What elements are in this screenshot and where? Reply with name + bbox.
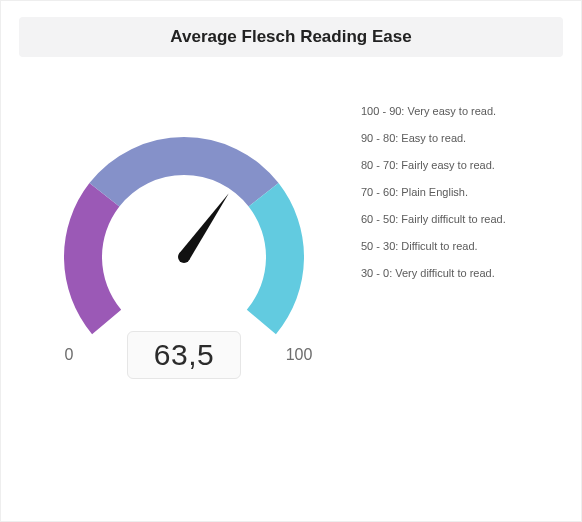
gauge-min-label: 0 [44,346,94,364]
gauge-needle-cap [178,251,190,263]
gauge-chart-card: Average Flesch Reading Ease 0 63,5 100 1… [0,0,582,522]
gauge-needle [179,193,229,260]
legend-item: 70 - 60: Plain English. [361,186,563,198]
legend-column: 100 - 90: Very easy to read.90 - 80: Eas… [349,97,563,379]
legend-item: 100 - 90: Very easy to read. [361,105,563,117]
legend-item: 90 - 80: Easy to read. [361,132,563,144]
legend-item: 30 - 0: Very difficult to read. [361,267,563,279]
chart-title: Average Flesch Reading Ease [19,17,563,57]
gauge-segment [89,137,278,207]
gauge-segment [247,183,304,334]
gauge-column: 0 63,5 100 [19,97,349,379]
chart-content: 0 63,5 100 100 - 90: Very easy to read.9… [19,97,563,379]
gauge-axis-row: 0 63,5 100 [44,331,324,379]
gauge-chart [34,97,334,337]
gauge-max-label: 100 [274,346,324,364]
legend-item: 60 - 50: Fairly difficult to read. [361,213,563,225]
legend-item: 50 - 30: Difficult to read. [361,240,563,252]
gauge-value: 63,5 [127,331,241,379]
gauge-segment [64,183,121,334]
legend-item: 80 - 70: Fairly easy to read. [361,159,563,171]
